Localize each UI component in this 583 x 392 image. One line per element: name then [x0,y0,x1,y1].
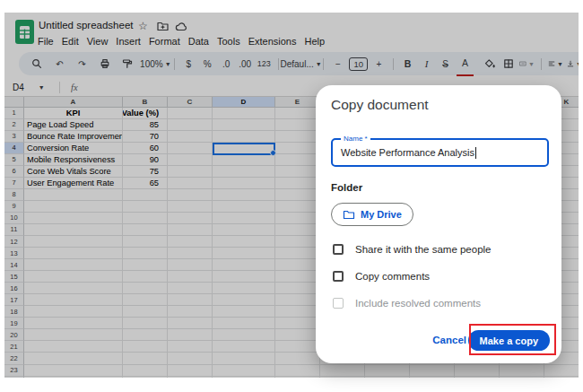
dialog-title: Copy document [331,97,429,113]
annotation-highlight-box [469,324,556,355]
checkbox-icon[interactable] [333,271,344,282]
checkbox-icon [333,298,344,309]
checkbox-label: Share it with the same people [355,244,492,255]
copy-document-dialog: Copy document Name * Website Performance… [316,85,561,363]
name-input-value: Website Performance Analysis [341,147,474,158]
checkbox-row-2[interactable]: Copy comments [333,271,430,283]
my-drive-label: My Drive [361,209,402,220]
checkbox-label: Copy comments [355,271,430,282]
checkbox-icon[interactable] [333,244,344,255]
name-input[interactable]: Name * Website Performance Analysis [331,138,549,167]
checkbox-row-1[interactable]: Share it with the same people [333,243,492,255]
folder-section-label: Folder [331,182,362,193]
checkbox-row-3: Include resolved comments [333,298,481,309]
my-drive-button[interactable]: My Drive [331,203,413,226]
name-input-label: Name * [341,135,370,144]
text-cursor [475,147,476,159]
cancel-button[interactable]: Cancel [432,329,466,350]
checkbox-label: Include resolved comments [355,298,481,309]
folder-icon [343,210,355,220]
